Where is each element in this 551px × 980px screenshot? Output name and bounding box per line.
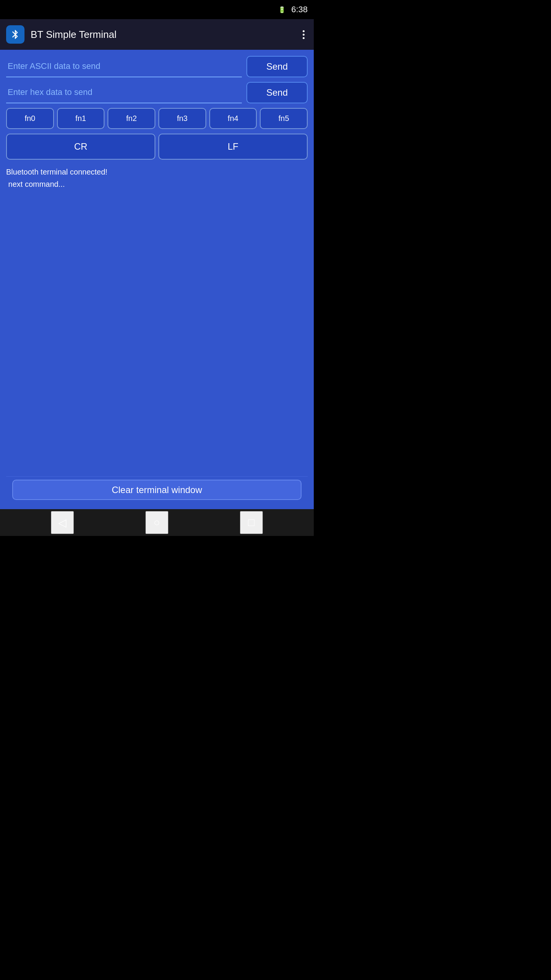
clear-terminal-button[interactable]: Clear terminal window [12,480,302,500]
ascii-send-button[interactable]: Send [246,56,308,77]
cr-lf-row: CR LF [6,134,308,160]
dot3 [303,37,305,39]
fn2-button[interactable]: fn2 [108,108,155,129]
ascii-input-row: Send [6,56,308,77]
app-icon [6,25,24,44]
fn4-button[interactable]: fn4 [209,108,257,129]
fn0-button[interactable]: fn0 [6,108,54,129]
app-bar: BT Simple Terminal [0,19,314,50]
back-button[interactable]: ◁ [51,511,74,534]
bluetooth-icon [10,29,21,40]
wifi-icon: ▼ [261,6,268,14]
status-bar: ▼ ▲ 🔋 6:38 [0,0,314,19]
fn-buttons-row: fn0 fn1 fn2 fn3 fn4 fn5 [6,108,308,129]
ascii-input[interactable] [6,56,242,77]
lf-button[interactable]: LF [158,134,308,160]
dot1 [303,30,305,32]
terminal-output: Bluetooth terminal connected! next comma… [6,164,308,472]
signal-icon: ▲ [270,6,276,13]
hex-send-button[interactable]: Send [246,82,308,103]
home-button[interactable]: ○ [145,511,168,534]
cr-button[interactable]: CR [6,134,155,160]
fn5-button[interactable]: fn5 [260,108,308,129]
overflow-menu-button[interactable] [300,27,308,42]
recents-button[interactable]: □ [240,511,263,534]
hex-input-row: Send [6,82,308,103]
hex-input[interactable] [6,82,242,103]
fn1-button[interactable]: fn1 [57,108,105,129]
main-content: Send Send fn0 fn1 fn2 fn3 fn4 fn5 CR LF … [0,50,314,509]
status-time: 6:38 [291,5,308,15]
fn3-button[interactable]: fn3 [158,108,206,129]
terminal-text: Bluetooth terminal connected! next comma… [6,168,108,188]
nav-bar: ◁ ○ □ [0,509,314,536]
status-icons: ▼ ▲ 🔋 6:38 [261,5,308,15]
dot2 [303,34,305,36]
bottom-bar: Clear terminal window [6,476,308,503]
battery-icon: 🔋 [278,6,286,13]
app-title: BT Simple Terminal [31,29,293,41]
